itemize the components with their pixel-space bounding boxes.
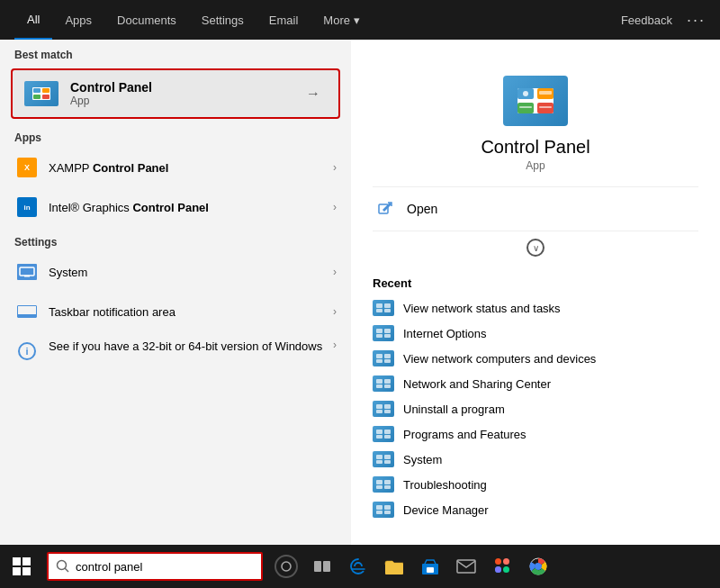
svg-rect-38 <box>384 435 391 439</box>
intel-icon: in <box>14 194 40 220</box>
cortana-button[interactable] <box>270 550 302 583</box>
start-button[interactable] <box>0 545 43 588</box>
open-icon <box>373 196 398 222</box>
svg-rect-50 <box>384 511 391 514</box>
recent-item-5[interactable]: Programs and Features <box>373 421 698 447</box>
recent-item-4[interactable]: Uninstall a program <box>373 396 698 421</box>
svg-rect-2 <box>33 95 40 99</box>
bitness-item[interactable]: i See if you have a 32-bit or 64-bit ver… <box>0 331 351 371</box>
system-item[interactable]: System › <box>0 252 351 292</box>
recent-header: Recent <box>373 271 698 295</box>
recent-icon-0 <box>373 300 394 316</box>
recent-text-8: Device Manager <box>403 503 489 517</box>
recent-item-0[interactable]: View network status and tasks <box>373 295 698 321</box>
svg-rect-1 <box>42 88 50 93</box>
recent-text-2: View network computers and devices <box>403 352 596 366</box>
chrome-button[interactable] <box>522 550 554 583</box>
svg-rect-48 <box>384 505 391 510</box>
svg-rect-40 <box>384 455 391 459</box>
info-logo: i <box>18 342 36 360</box>
svg-rect-31 <box>376 404 382 409</box>
svg-rect-28 <box>384 379 391 384</box>
more-options-button[interactable]: ··· <box>687 11 706 30</box>
bitness-arrow: › <box>333 339 337 351</box>
recent-item-2[interactable]: View network computers and devices <box>373 346 698 371</box>
best-match-item[interactable]: Control Panel App → <box>11 68 340 119</box>
best-match-text: Control Panel App <box>70 80 152 107</box>
svg-rect-61 <box>503 558 509 565</box>
info-icon: i <box>14 339 40 364</box>
recent-item-8[interactable]: Device Manager <box>373 497 698 522</box>
open-action[interactable]: Open <box>373 186 698 231</box>
feedback-button[interactable]: Feedback <box>621 14 672 27</box>
recent-item-3[interactable]: Network and Sharing Center <box>373 371 698 396</box>
taskbar-label: Taskbar notification area <box>49 305 333 319</box>
svg-rect-12 <box>519 106 532 108</box>
svg-rect-24 <box>384 354 391 358</box>
task-view-button[interactable] <box>306 550 338 583</box>
main-content: Best match Control Panel App <box>0 40 720 545</box>
open-label: Open <box>407 202 437 216</box>
nav-apps[interactable]: Apps <box>52 0 104 40</box>
top-nav: All Apps Documents Settings Email More ▾… <box>0 0 720 40</box>
svg-rect-30 <box>384 384 391 388</box>
app-detail: Control Panel App <box>373 58 698 186</box>
store-icon <box>420 556 440 576</box>
system-logo <box>17 264 37 280</box>
recent-icon-8 <box>373 502 394 518</box>
svg-rect-11 <box>539 91 552 95</box>
recent-text-5: Programs and Features <box>403 428 526 441</box>
taskbar-icons <box>270 550 554 583</box>
svg-rect-47 <box>376 505 382 510</box>
recent-icon-5 <box>373 426 394 442</box>
svg-rect-15 <box>376 303 382 308</box>
taskbar-item[interactable]: Taskbar notification area › <box>0 292 351 331</box>
recent-item-6[interactable]: System <box>373 447 698 472</box>
svg-rect-43 <box>376 480 382 484</box>
intel-arrow: › <box>333 201 337 213</box>
svg-rect-44 <box>384 480 391 484</box>
intel-item[interactable]: in Intel® Graphics Control Panel › <box>0 187 351 227</box>
mail-button[interactable] <box>450 550 482 583</box>
svg-rect-34 <box>384 410 391 413</box>
chevron-down-icon: ∨ <box>526 239 544 257</box>
recent-text-0: View network status and tasks <box>403 302 561 315</box>
xampp-prefix: XAMPP <box>49 161 93 175</box>
svg-point-53 <box>282 562 291 571</box>
svg-line-52 <box>65 568 68 572</box>
svg-rect-26 <box>384 359 391 363</box>
svg-rect-46 <box>384 485 391 489</box>
svg-rect-23 <box>376 354 382 358</box>
explorer-button[interactable] <box>378 550 410 583</box>
nav-more[interactable]: More ▾ <box>310 0 372 40</box>
svg-rect-18 <box>384 309 391 312</box>
recent-icon-7 <box>373 476 394 493</box>
edge-icon <box>348 556 368 576</box>
intel-logo: in <box>17 197 37 217</box>
chrome-icon <box>528 556 548 576</box>
recent-item-7[interactable]: Troubleshooting <box>373 472 698 497</box>
search-input[interactable] <box>76 560 254 574</box>
svg-rect-54 <box>314 561 321 572</box>
intel-label: Intel® Graphics Control Panel <box>49 201 333 214</box>
nav-documents[interactable]: Documents <box>104 0 189 40</box>
recent-text-4: Uninstall a program <box>403 403 505 416</box>
svg-rect-0 <box>33 88 40 93</box>
nav-email[interactable]: Email <box>256 0 311 40</box>
recent-item-1[interactable]: Internet Options <box>373 321 698 346</box>
nav-all[interactable]: All <box>14 0 52 40</box>
taskbar-search-box[interactable] <box>47 552 263 581</box>
apps-header: Apps <box>0 122 351 148</box>
bitness-text: See if you have a 32-bit or 64-bit versi… <box>49 339 322 353</box>
nav-settings[interactable]: Settings <box>189 0 256 40</box>
edge-button[interactable] <box>342 550 374 583</box>
recent-text-6: System <box>403 453 442 466</box>
expand-button[interactable]: ∨ <box>373 231 698 264</box>
svg-rect-56 <box>385 563 403 574</box>
store-button[interactable] <box>414 550 446 583</box>
app-name: Control Panel <box>481 137 590 158</box>
recent-text-7: Troubleshooting <box>403 478 487 492</box>
figma-button[interactable] <box>486 550 518 583</box>
system-label: System <box>49 266 333 279</box>
xampp-item[interactable]: X XAMPP Control Panel › <box>0 148 351 187</box>
